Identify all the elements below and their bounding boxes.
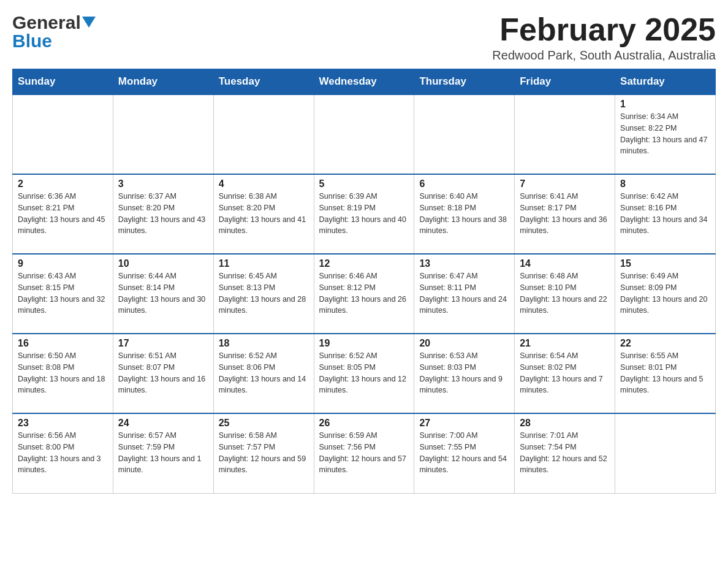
col-saturday: Saturday (615, 69, 716, 95)
day-info: Sunrise: 6:57 AMSunset: 7:59 PMDaylight:… (118, 430, 208, 476)
calendar-day-cell (13, 94, 113, 174)
day-number: 5 (319, 178, 409, 190)
calendar-day-cell: 7Sunrise: 6:41 AMSunset: 8:17 PMDaylight… (515, 174, 615, 254)
day-info: Sunrise: 6:45 AMSunset: 8:13 PMDaylight:… (219, 270, 309, 316)
calendar-week-row: 16Sunrise: 6:50 AMSunset: 8:08 PMDayligh… (13, 334, 716, 413)
day-number: 27 (419, 418, 509, 429)
col-sunday: Sunday (13, 69, 113, 95)
day-number: 16 (18, 338, 108, 349)
day-info: Sunrise: 6:40 AMSunset: 8:18 PMDaylight:… (419, 191, 509, 237)
day-number: 23 (18, 418, 108, 429)
day-number: 24 (118, 418, 208, 429)
col-monday: Monday (113, 69, 213, 95)
calendar-day-cell (314, 94, 414, 174)
calendar-day-cell: 16Sunrise: 6:50 AMSunset: 8:08 PMDayligh… (13, 334, 113, 413)
calendar-day-cell: 14Sunrise: 6:48 AMSunset: 8:10 PMDayligh… (515, 254, 615, 334)
calendar-day-cell (515, 94, 615, 174)
calendar-week-row: 23Sunrise: 6:56 AMSunset: 8:00 PMDayligh… (13, 413, 716, 493)
calendar-day-cell: 12Sunrise: 6:46 AMSunset: 8:12 PMDayligh… (314, 254, 414, 334)
calendar-week-row: 1Sunrise: 6:34 AMSunset: 8:22 PMDaylight… (13, 94, 716, 174)
day-info: Sunrise: 6:43 AMSunset: 8:15 PMDaylight:… (18, 270, 108, 316)
calendar-day-cell (113, 94, 213, 174)
calendar-day-cell: 25Sunrise: 6:58 AMSunset: 7:57 PMDayligh… (213, 413, 314, 493)
day-info: Sunrise: 6:42 AMSunset: 8:16 PMDaylight:… (620, 191, 710, 237)
day-info: Sunrise: 6:56 AMSunset: 8:00 PMDaylight:… (18, 430, 108, 476)
calendar-day-cell: 17Sunrise: 6:51 AMSunset: 8:07 PMDayligh… (113, 334, 213, 413)
day-info: Sunrise: 6:41 AMSunset: 8:17 PMDaylight:… (520, 191, 610, 237)
location-title: Redwood Park, South Australia, Australia (492, 48, 716, 63)
calendar-day-cell: 23Sunrise: 6:56 AMSunset: 8:00 PMDayligh… (13, 413, 113, 493)
calendar-day-cell: 21Sunrise: 6:54 AMSunset: 8:02 PMDayligh… (515, 334, 615, 413)
calendar-table: Sunday Monday Tuesday Wednesday Thursday… (12, 69, 716, 494)
calendar-day-cell: 24Sunrise: 6:57 AMSunset: 7:59 PMDayligh… (113, 413, 213, 493)
day-number: 22 (620, 338, 710, 349)
day-number: 8 (620, 178, 710, 190)
day-number: 1 (620, 99, 710, 110)
calendar-day-cell (615, 413, 716, 493)
day-number: 26 (319, 418, 409, 429)
day-number: 17 (118, 338, 208, 349)
calendar-day-cell: 2Sunrise: 6:36 AMSunset: 8:21 PMDaylight… (13, 174, 113, 254)
day-number: 2 (18, 178, 108, 190)
day-info: Sunrise: 6:47 AMSunset: 8:11 PMDaylight:… (419, 270, 509, 316)
calendar-day-cell: 8Sunrise: 6:42 AMSunset: 8:16 PMDaylight… (615, 174, 716, 254)
day-info: Sunrise: 6:52 AMSunset: 8:06 PMDaylight:… (219, 350, 309, 396)
calendar-day-cell: 9Sunrise: 6:43 AMSunset: 8:15 PMDaylight… (13, 254, 113, 334)
day-info: Sunrise: 7:01 AMSunset: 7:54 PMDaylight:… (520, 430, 610, 476)
calendar-day-cell (213, 94, 314, 174)
calendar-day-cell: 20Sunrise: 6:53 AMSunset: 8:03 PMDayligh… (414, 334, 515, 413)
day-info: Sunrise: 6:52 AMSunset: 8:05 PMDaylight:… (319, 350, 409, 396)
calendar-day-cell: 28Sunrise: 7:01 AMSunset: 7:54 PMDayligh… (515, 413, 615, 493)
day-info: Sunrise: 6:59 AMSunset: 7:56 PMDaylight:… (319, 430, 409, 476)
col-thursday: Thursday (414, 69, 515, 95)
day-info: Sunrise: 6:51 AMSunset: 8:07 PMDaylight:… (118, 350, 208, 396)
day-number: 18 (219, 338, 309, 349)
calendar-day-cell: 19Sunrise: 6:52 AMSunset: 8:05 PMDayligh… (314, 334, 414, 413)
page-header: General Blue February 2025 Redwood Park,… (12, 12, 716, 63)
logo-blue-text: Blue (12, 31, 52, 52)
calendar-day-cell: 22Sunrise: 6:55 AMSunset: 8:01 PMDayligh… (615, 334, 716, 413)
calendar-day-cell: 15Sunrise: 6:49 AMSunset: 8:09 PMDayligh… (615, 254, 716, 334)
calendar-day-cell: 13Sunrise: 6:47 AMSunset: 8:11 PMDayligh… (414, 254, 515, 334)
day-info: Sunrise: 6:54 AMSunset: 8:02 PMDaylight:… (520, 350, 610, 396)
calendar-day-cell: 27Sunrise: 7:00 AMSunset: 7:55 PMDayligh… (414, 413, 515, 493)
day-info: Sunrise: 6:46 AMSunset: 8:12 PMDaylight:… (319, 270, 409, 316)
day-number: 10 (118, 258, 208, 269)
svg-marker-0 (82, 17, 96, 28)
title-area: February 2025 Redwood Park, South Austra… (492, 12, 716, 63)
day-number: 13 (419, 258, 509, 269)
day-number: 4 (219, 178, 309, 190)
day-info: Sunrise: 6:48 AMSunset: 8:10 PMDaylight:… (520, 270, 610, 316)
day-info: Sunrise: 6:34 AMSunset: 8:22 PMDaylight:… (620, 111, 710, 157)
calendar-week-row: 2Sunrise: 6:36 AMSunset: 8:21 PMDaylight… (13, 174, 716, 254)
day-number: 6 (419, 178, 509, 190)
logo: General Blue (12, 12, 96, 52)
calendar-day-cell: 26Sunrise: 6:59 AMSunset: 7:56 PMDayligh… (314, 413, 414, 493)
logo-triangle-icon (82, 17, 96, 30)
calendar-day-cell: 5Sunrise: 6:39 AMSunset: 8:19 PMDaylight… (314, 174, 414, 254)
day-info: Sunrise: 6:44 AMSunset: 8:14 PMDaylight:… (118, 270, 208, 316)
day-number: 28 (520, 418, 610, 429)
col-tuesday: Tuesday (213, 69, 314, 95)
logo-general-text: General (12, 12, 81, 33)
calendar-day-cell: 3Sunrise: 6:37 AMSunset: 8:20 PMDaylight… (113, 174, 213, 254)
calendar-day-cell: 6Sunrise: 6:40 AMSunset: 8:18 PMDaylight… (414, 174, 515, 254)
day-number: 20 (419, 338, 509, 349)
calendar-day-cell (414, 94, 515, 174)
day-info: Sunrise: 6:58 AMSunset: 7:57 PMDaylight:… (219, 430, 309, 476)
day-number: 12 (319, 258, 409, 269)
day-number: 19 (319, 338, 409, 349)
day-info: Sunrise: 6:39 AMSunset: 8:19 PMDaylight:… (319, 191, 409, 237)
calendar-week-row: 9Sunrise: 6:43 AMSunset: 8:15 PMDaylight… (13, 254, 716, 334)
day-number: 11 (219, 258, 309, 269)
day-number: 7 (520, 178, 610, 190)
day-info: Sunrise: 6:55 AMSunset: 8:01 PMDaylight:… (620, 350, 710, 396)
day-info: Sunrise: 6:37 AMSunset: 8:20 PMDaylight:… (118, 191, 208, 237)
day-number: 3 (118, 178, 208, 190)
calendar-day-cell: 4Sunrise: 6:38 AMSunset: 8:20 PMDaylight… (213, 174, 314, 254)
day-number: 25 (219, 418, 309, 429)
calendar-day-cell: 1Sunrise: 6:34 AMSunset: 8:22 PMDaylight… (615, 94, 716, 174)
day-info: Sunrise: 6:50 AMSunset: 8:08 PMDaylight:… (18, 350, 108, 396)
month-title: February 2025 (492, 12, 716, 47)
day-info: Sunrise: 6:53 AMSunset: 8:03 PMDaylight:… (419, 350, 509, 396)
